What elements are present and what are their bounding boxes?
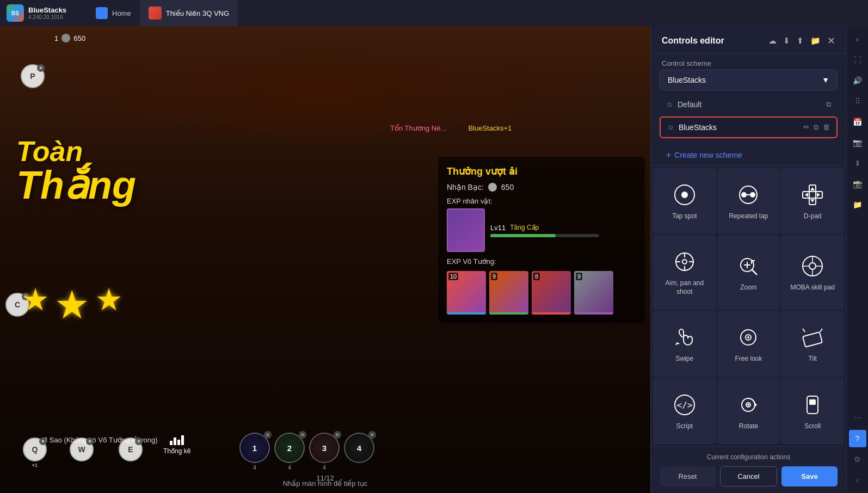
scheme-item-bluestacks[interactable]: ☆ BlueStacks ✏ ⧉ 🗑 <box>660 116 838 138</box>
reset-button[interactable]: Reset <box>660 466 716 486</box>
key-q-x1: ×1 <box>32 463 38 468</box>
sidebar-volume[interactable]: 🔊 <box>849 72 866 89</box>
sidebar-question[interactable]: ? <box>849 430 866 447</box>
rotate-icon <box>735 392 761 418</box>
dropdown-arrow: ▼ <box>822 76 829 84</box>
svg-text:</>: </> <box>676 400 692 410</box>
folder-icon[interactable]: 📁 <box>810 36 821 46</box>
dpad-label: D-pad <box>804 212 822 221</box>
sidebar-folder[interactable]: 📁 <box>849 196 866 213</box>
cloud-icon[interactable]: ☁ <box>768 36 777 46</box>
svg-line-32 <box>803 329 805 332</box>
control-script[interactable]: </> Script <box>653 378 716 444</box>
sidebar-gear[interactable]: ⚙ <box>849 451 866 468</box>
moba-icon <box>799 253 826 279</box>
default-name: Default <box>678 100 826 109</box>
skill-1[interactable]: 1 × 4 <box>239 433 270 463</box>
svg-line-19 <box>752 269 757 275</box>
game-area[interactable]: 1 650 P × C × Toàn Thắng ★ ★ ★ 3 Sao (Kh… <box>0 26 650 493</box>
control-free-look[interactable]: Free look <box>717 311 780 377</box>
control-scroll[interactable]: Scroll <box>781 378 844 444</box>
controls-panel: Controls editor ☁ ⬇ ⬆ 📁 ✕ Control scheme… <box>650 26 846 493</box>
zoom-label: Zoom <box>740 284 757 292</box>
control-tap-spot[interactable]: Tap spot <box>653 168 716 234</box>
default-copy[interactable]: ⧉ <box>826 100 831 109</box>
control-rotate[interactable]: Rotate <box>717 378 780 444</box>
thong-ke-btn[interactable]: Thống kê <box>163 434 190 455</box>
key-q-close[interactable]: × <box>39 437 47 445</box>
bluestacks-name: BlueStacks <box>679 123 803 132</box>
aim-icon <box>672 249 698 275</box>
control-zoom[interactable]: Zoom <box>717 235 780 310</box>
key-w[interactable]: W × <box>70 437 94 461</box>
panel-close-button[interactable]: ✕ <box>827 35 835 47</box>
svg-marker-11 <box>817 193 820 197</box>
script-icon: </> <box>672 392 698 418</box>
copy-icon[interactable]: ⧉ <box>814 123 818 132</box>
sidebar-camera[interactable]: 📷 <box>849 134 866 151</box>
create-scheme-btn[interactable]: + Create new scheme <box>651 145 846 166</box>
key-q[interactable]: Q × ×1 <box>23 437 47 461</box>
save-button[interactable]: Save <box>781 466 838 486</box>
plus-icon: + <box>666 150 671 160</box>
skill-3-close[interactable]: × <box>334 431 341 439</box>
key-w-close[interactable]: × <box>86 437 94 445</box>
thong-ke-label: Thống kê <box>163 447 190 455</box>
cancel-button[interactable]: Cancel <box>720 466 777 486</box>
sidebar-chevrons-left[interactable]: « <box>849 30 866 48</box>
header-actions: ☁ ⬇ ⬆ 📁 ✕ <box>768 35 835 47</box>
hero2-bar <box>489 312 528 315</box>
reward-row: Nhận Bạc: 650 <box>447 183 636 192</box>
tab-game[interactable]: Thiếu Niên 3Q VNG <box>140 0 238 26</box>
reward-title: Thưởng vượt ải <box>447 165 636 177</box>
edit-icon[interactable]: ✏ <box>803 123 809 132</box>
swipe-label: Swipe <box>675 355 693 363</box>
control-dpad[interactable]: D-pad <box>781 168 844 234</box>
key-e[interactable]: E × <box>119 437 143 461</box>
star-1: ★ <box>22 282 49 328</box>
exp-hero-label: EXP Võ Tướng: <box>447 257 636 266</box>
control-repeated-tap[interactable]: Repeated tap <box>717 168 780 234</box>
sidebar-dots[interactable]: ⋯ <box>849 409 866 427</box>
svg-point-23 <box>809 263 816 269</box>
tab-home[interactable]: Home <box>87 0 140 26</box>
control-tilt[interactable]: Tilt <box>781 311 844 377</box>
key-p[interactable]: P × <box>21 64 45 88</box>
panel-title: Controls editor <box>662 36 724 46</box>
scheme-item-default[interactable]: ☆ Default ⧉ <box>660 95 838 114</box>
skill-3[interactable]: 3 × 4 <box>309 433 340 463</box>
delete-icon[interactable]: 🗑 <box>823 123 830 132</box>
result-panel: Thưởng vượt ải Nhận Bạc: 650 EXP nhân vậ… <box>438 157 645 323</box>
svg-point-38 <box>747 404 749 406</box>
download-icon[interactable]: ⬇ <box>783 36 790 46</box>
upload-icon[interactable]: ⬆ <box>797 36 804 46</box>
sidebar-fullscreen[interactable]: ⛶ <box>849 51 866 69</box>
control-aim[interactable]: Aim, pan and shoot <box>653 235 716 310</box>
sidebar-dots-grid[interactable]: ⠿ <box>849 93 866 110</box>
key-p-close[interactable]: × <box>37 64 45 72</box>
skill-2[interactable]: 2 × 4 <box>274 433 305 463</box>
scroll-icon <box>799 392 826 418</box>
control-swipe[interactable]: Swipe <box>653 311 716 377</box>
skill-4-close[interactable]: × <box>368 431 376 439</box>
skill-4[interactable]: 4 × <box>344 433 374 463</box>
skill-2-close[interactable]: × <box>299 431 306 439</box>
bluestacks-star: ☆ <box>667 123 674 132</box>
sidebar-screenshot[interactable]: 📸 <box>849 175 866 193</box>
skill-2-num: 4 <box>288 465 291 471</box>
key-e-close[interactable]: × <box>135 437 143 445</box>
panel-footer: Current configuration actions Reset Canc… <box>651 446 846 493</box>
sidebar-calendar[interactable]: 📅 <box>849 113 866 131</box>
control-moba[interactable]: MOBA skill pad <box>781 235 844 310</box>
char-level-up: Tăng Cấp <box>510 224 539 232</box>
char-portrait <box>447 208 485 252</box>
skill-1-close[interactable]: × <box>264 431 272 439</box>
brand-version: 4.240.20.1016 <box>28 14 66 20</box>
scheme-dropdown[interactable]: BlueStacks ▼ <box>660 70 838 90</box>
sidebar-chevron-left[interactable]: ‹ <box>849 471 866 489</box>
bar1 <box>170 441 173 445</box>
svg-marker-9 <box>810 199 815 202</box>
script-label: Script <box>676 422 693 431</box>
sidebar-download[interactable]: ⬇ <box>849 155 866 172</box>
moba-label: MOBA skill pad <box>790 284 834 292</box>
